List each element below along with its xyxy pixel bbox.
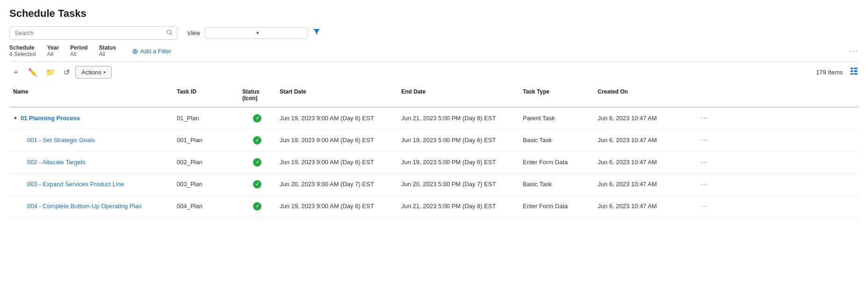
- page-container: Schedule Tasks View ▾ Schedule 4 Selecte…: [0, 0, 868, 225]
- edit-button[interactable]: ✏️: [25, 66, 40, 79]
- svg-line-1: [171, 34, 172, 35]
- status-complete-icon: ✓: [253, 158, 261, 167]
- filter-status: Status All: [99, 44, 116, 58]
- folder-button[interactable]: 📁: [43, 66, 58, 79]
- refresh-button[interactable]: ↺: [61, 66, 72, 79]
- cell-createdon: Jun 6, 2023 10:47 AM: [594, 157, 697, 167]
- collapse-icon[interactable]: ▼: [13, 116, 18, 121]
- table-row: ▼ 01 Planning Process 01_Plan ✓ Jun 19, …: [9, 108, 859, 130]
- task-name-text: 01 Planning Process: [21, 115, 80, 122]
- cell-name: 003 - Expand Services Product Line: [9, 179, 173, 189]
- filter-status-value: All: [99, 51, 116, 58]
- filter-schedule: Schedule 4 Selected: [9, 44, 36, 58]
- table-header: Name Task ID Status (Icon) Start Date En…: [9, 84, 859, 108]
- svg-rect-7: [854, 73, 858, 74]
- cell-createdon: Jun 6, 2023 10:47 AM: [594, 179, 697, 189]
- table-row: 002 - Allocate Targets 002_Plan ✓ Jun 19…: [9, 152, 859, 174]
- cell-name: 002 - Allocate Targets: [9, 157, 173, 167]
- chevron-down-icon: ▾: [256, 30, 303, 36]
- col-head-taskid: Task ID: [173, 87, 239, 104]
- row-more-button[interactable]: ···: [697, 112, 716, 124]
- svg-rect-4: [851, 70, 854, 72]
- table-row: 004 - Complete Bottom-Up Operating Plan …: [9, 196, 859, 218]
- view-label: View: [187, 29, 200, 36]
- row-more-button[interactable]: ···: [697, 156, 716, 168]
- cell-status: ✓: [239, 178, 276, 190]
- filter-period: Period All: [70, 44, 87, 58]
- cell-enddate: Jun 21, 2023 5:00 PM (Day 8) EST: [398, 113, 519, 124]
- search-input[interactable]: [14, 29, 164, 36]
- row-more-button[interactable]: ···: [697, 178, 716, 190]
- svg-rect-3: [854, 68, 858, 69]
- search-box[interactable]: [9, 26, 178, 40]
- col-head-actions: [697, 87, 716, 104]
- svg-rect-6: [851, 73, 854, 74]
- plus-circle-icon: ⊕: [132, 47, 138, 56]
- status-complete-icon: ✓: [253, 136, 261, 145]
- cell-status: ✓: [239, 200, 276, 212]
- cell-startdate: Jun 19, 2023 9:00 AM (Day 6) EST: [276, 135, 398, 145]
- cell-startdate: Jun 19, 2023 9:00 AM (Day 6) EST: [276, 157, 398, 167]
- tasks-table: Name Task ID Status (Icon) Start Date En…: [9, 84, 859, 218]
- filter-row: Schedule 4 Selected Year All Period All …: [9, 44, 859, 62]
- row-more-button[interactable]: ···: [697, 200, 716, 212]
- table-row: 001 - Set Strategic Goals 001_Plan ✓ Jun…: [9, 130, 859, 152]
- task-name-link[interactable]: 003 - Expand Services Product Line: [13, 181, 124, 188]
- filter-year-label: Year: [47, 44, 59, 51]
- page-title: Schedule Tasks: [9, 7, 859, 20]
- cell-name: ▼ 01 Planning Process: [9, 113, 173, 124]
- col-head-name: Name: [9, 87, 173, 104]
- cell-enddate: Jun 19, 2023 5:00 PM (Day 6) EST: [398, 157, 519, 167]
- cell-taskid: 002_Plan: [173, 157, 239, 167]
- cell-createdon: Jun 6, 2023 10:47 AM: [594, 135, 697, 145]
- status-complete-icon: ✓: [253, 202, 261, 211]
- actions-dropdown-button[interactable]: Actions ▾: [75, 66, 112, 79]
- filter-icon[interactable]: [312, 28, 321, 38]
- caret-down-icon: ▾: [103, 70, 106, 75]
- grid-view-icon[interactable]: [849, 66, 859, 78]
- cell-taskid: 003_Plan: [173, 179, 239, 189]
- row-more-button[interactable]: ···: [697, 134, 716, 146]
- cell-tasktype: Parent Task: [519, 113, 594, 124]
- cell-taskid: 01_Plan: [173, 113, 239, 124]
- cell-name: 001 - Set Strategic Goals: [9, 135, 173, 145]
- status-complete-icon: ✓: [253, 114, 261, 123]
- cell-tasktype: Basic Task: [519, 179, 594, 189]
- add-filter-button[interactable]: ⊕ Add a Filter: [132, 47, 171, 56]
- cell-startdate: Jun 19, 2023 9:00 AM (Day 6) EST: [276, 113, 398, 124]
- cell-taskid: 001_Plan: [173, 135, 239, 145]
- cell-createdon: Jun 6, 2023 10:47 AM: [594, 201, 697, 211]
- cell-status: ✓: [239, 134, 276, 146]
- filter-year: Year All: [47, 44, 59, 58]
- filter-more-options[interactable]: ···: [849, 46, 859, 56]
- task-name-link[interactable]: 002 - Allocate Targets: [13, 159, 86, 166]
- col-head-startdate: Start Date: [276, 87, 398, 104]
- col-head-enddate: End Date: [398, 87, 519, 104]
- filter-status-label: Status: [99, 44, 116, 51]
- task-name-link[interactable]: 001 - Set Strategic Goals: [13, 137, 95, 144]
- cell-tasktype: Enter Form Data: [519, 201, 594, 211]
- search-icon: [166, 29, 173, 37]
- task-name-link[interactable]: ▼ 01 Planning Process: [13, 115, 169, 122]
- actions-row: ＋ ✏️ 📁 ↺ Actions ▾ 179 Items: [9, 65, 859, 79]
- toolbar-row: View ▾: [9, 26, 859, 40]
- add-filter-label: Add a Filter: [140, 48, 171, 55]
- cell-status: ✓: [239, 112, 276, 124]
- filter-schedule-label: Schedule: [9, 44, 36, 51]
- col-head-status: Status (Icon): [239, 87, 276, 104]
- svg-rect-5: [854, 70, 858, 72]
- task-name-link[interactable]: 004 - Complete Bottom-Up Operating Plan: [13, 203, 142, 210]
- cell-createdon: Jun 6, 2023 10:47 AM: [594, 113, 697, 124]
- view-dropdown[interactable]: ▾: [205, 27, 308, 39]
- cell-name: 004 - Complete Bottom-Up Operating Plan: [9, 201, 173, 211]
- col-head-tasktype: Task Type: [519, 87, 594, 104]
- actions-label: Actions: [81, 69, 101, 76]
- svg-point-0: [167, 30, 171, 34]
- add-button[interactable]: ＋: [9, 65, 22, 79]
- cell-startdate: Jun 20, 2023 9:00 AM (Day 7) EST: [276, 179, 398, 189]
- filter-year-value: All: [47, 51, 59, 58]
- cell-enddate: Jun 20, 2023 5:00 PM (Day 7) EST: [398, 179, 519, 189]
- cell-taskid: 004_Plan: [173, 201, 239, 211]
- cell-enddate: Jun 21, 2023 5:00 PM (Day 8) EST: [398, 201, 519, 211]
- table-row: 003 - Expand Services Product Line 003_P…: [9, 174, 859, 196]
